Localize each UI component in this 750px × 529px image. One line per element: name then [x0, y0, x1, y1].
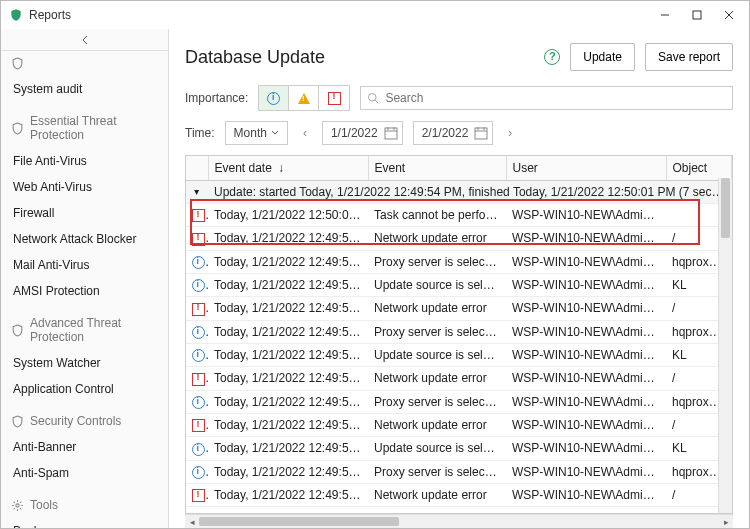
table-row[interactable]: Today, 1/21/2022 12:49:59 PMNetwork upda… [186, 227, 732, 250]
critical-icon [192, 373, 205, 386]
minimize-button[interactable] [649, 3, 681, 27]
importance-filter [258, 85, 350, 111]
sidebar-collapse-button[interactable] [1, 29, 168, 51]
date-prev-button[interactable]: ‹ [298, 126, 312, 140]
date-to-field[interactable]: 2/1/2022 [413, 121, 494, 145]
app-shield-icon [9, 8, 23, 22]
time-label: Time: [185, 126, 215, 140]
expand-icon: ▸ [192, 190, 203, 195]
time-range-dropdown[interactable]: Month [225, 121, 288, 145]
date-next-button[interactable]: › [503, 126, 517, 140]
critical-icon [192, 489, 205, 502]
events-table: Event date Event User Object ▸Update: st… [185, 155, 733, 514]
table-row[interactable]: Today, 1/21/2022 12:49:59 PMUpdate sourc… [186, 273, 732, 296]
sidebar-item[interactable]: Firewall [1, 200, 168, 226]
search-input[interactable] [385, 91, 726, 105]
critical-icon [192, 419, 205, 432]
svg-point-1 [16, 503, 19, 506]
info-icon [192, 256, 205, 269]
info-icon [192, 349, 205, 362]
importance-label: Importance: [185, 91, 248, 105]
sidebar-item[interactable]: Web Anti-Virus [1, 174, 168, 200]
table-row[interactable]: Today, 1/21/2022 12:49:59 PMNetwork upda… [186, 297, 732, 320]
importance-warn-toggle[interactable] [289, 86, 319, 110]
window-title: Reports [29, 8, 71, 22]
titlebar: Reports [1, 1, 749, 29]
critical-icon [192, 303, 205, 316]
table-row[interactable]: Today, 1/21/2022 12:49:59 PMProxy server… [186, 460, 732, 483]
info-icon [192, 443, 205, 456]
sidebar-item[interactable]: File Anti-Virus [1, 148, 168, 174]
col-event[interactable]: Event [368, 156, 506, 181]
date-from-field[interactable]: 1/1/2022 [322, 121, 403, 145]
table-row[interactable]: Today, 1/21/2022 12:49:59 PMProxy server… [186, 250, 732, 273]
sidebar-group[interactable]: Security Controls [1, 408, 168, 434]
sidebar-item[interactable]: Anti-Spam [1, 460, 168, 486]
col-object[interactable]: Object [666, 156, 732, 181]
table-row[interactable]: Today, 1/21/2022 12:49:59 PMNetwork upda… [186, 483, 732, 506]
sidebar-item[interactable]: Backup [1, 518, 168, 528]
svg-rect-4 [475, 128, 487, 139]
critical-icon [192, 233, 205, 246]
sidebar-group[interactable]: Advanced Threat Protection [1, 310, 168, 350]
info-icon [192, 326, 205, 339]
col-event-date[interactable]: Event date [208, 156, 368, 181]
svg-rect-3 [385, 128, 397, 139]
calendar-icon [474, 126, 488, 140]
importance-info-toggle[interactable] [259, 86, 289, 110]
table-row[interactable]: Today, 1/21/2022 12:49:59 PMUpdate sourc… [186, 343, 732, 366]
chevron-down-icon [271, 129, 279, 137]
table-row[interactable]: Today, 1/21/2022 12:49:59 PMNetwork upda… [186, 367, 732, 390]
horizontal-scrollbar[interactable]: ◂▸ [185, 514, 733, 528]
table-row[interactable]: Today, 1/21/2022 12:49:59 PMNetwork upda… [186, 413, 732, 436]
svg-rect-0 [693, 11, 701, 19]
critical-icon [192, 209, 205, 222]
sidebar-item[interactable]: System Watcher [1, 350, 168, 376]
table-row[interactable]: Today, 1/21/2022 12:49:59 PMProxy server… [186, 320, 732, 343]
info-icon [192, 396, 205, 409]
info-icon [192, 466, 205, 479]
sidebar-group-icon[interactable] [1, 51, 168, 76]
info-icon [192, 279, 205, 292]
sidebar-item[interactable]: AMSI Protection [1, 278, 168, 304]
group-row[interactable]: ▸Update: started Today, 1/21/2022 12:49:… [186, 181, 732, 204]
table-row[interactable]: Today, 1/21/2022 12:49:59 PMProxy server… [186, 390, 732, 413]
sidebar-item[interactable]: Application Control [1, 376, 168, 402]
table-row[interactable]: Today, 1/21/2022 12:50:00 PMTask cannot … [186, 204, 732, 227]
sidebar-item[interactable]: Anti-Banner [1, 434, 168, 460]
reports-window: Reports System auditEssential Threat Pro… [0, 0, 750, 529]
search-field[interactable] [360, 86, 733, 110]
importance-crit-toggle[interactable] [319, 86, 349, 110]
svg-point-2 [369, 94, 377, 102]
sidebar-group[interactable]: Essential Threat Protection [1, 108, 168, 148]
close-button[interactable] [713, 3, 745, 27]
maximize-button[interactable] [681, 3, 713, 27]
sidebar-item[interactable]: Network Attack Blocker [1, 226, 168, 252]
sidebar-item[interactable]: System audit [1, 76, 168, 102]
calendar-icon [384, 126, 398, 140]
save-report-button[interactable]: Save report [645, 43, 733, 71]
page-title: Database Update [185, 47, 534, 68]
sidebar-group[interactable]: Tools [1, 492, 168, 518]
search-icon [367, 92, 379, 104]
update-button[interactable]: Update [570, 43, 635, 71]
sidebar: System auditEssential Threat ProtectionF… [1, 29, 169, 528]
vertical-scrollbar[interactable] [718, 178, 732, 513]
main-panel: Database Update ? Update Save report Imp… [169, 29, 749, 528]
help-icon[interactable]: ? [544, 49, 560, 65]
col-user[interactable]: User [506, 156, 666, 181]
sidebar-item[interactable]: Mail Anti-Virus [1, 252, 168, 278]
table-row[interactable]: Today, 1/21/2022 12:49:59 PMUpdate sourc… [186, 437, 732, 460]
table-header-row: Event date Event User Object [186, 156, 732, 181]
